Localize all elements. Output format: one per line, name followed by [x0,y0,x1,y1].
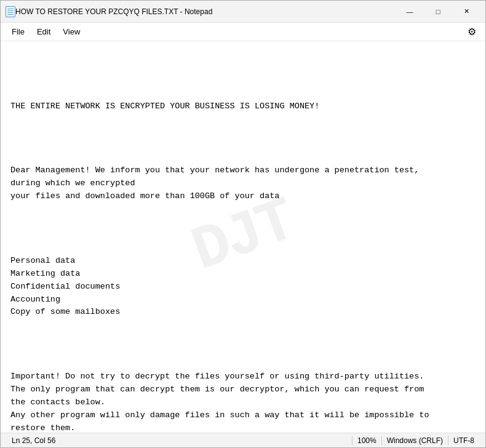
paragraph-1: Dear Management! We inform you that your… [10,164,476,203]
maximize-button[interactable]: □ [424,1,452,23]
data-list: Personal data Marketing data Confidentia… [10,255,476,319]
heading-line: THE ENTIRE NETWORK IS ENCRYPTED YOUR BUS… [10,100,476,113]
paragraph-2: Important! Do not try to decrypt the fil… [10,370,476,433]
close-button[interactable]: ✕ [452,1,480,23]
menu-edit[interactable]: Edit [31,25,57,39]
zoom-level: 100% [353,436,382,445]
notepad-window: HOW TO RESTORE YOUR PZCQYQ FILES.TXT - N… [0,0,486,448]
menu-bar: File Edit View ⚙ [1,23,485,41]
window-controls: — □ ✕ [396,1,480,23]
cursor-position: Ln 25, Col 56 [7,436,353,445]
line-ending: Windows (CRLF) [382,436,448,445]
minimize-button[interactable]: — [396,1,424,23]
window-title: HOW TO RESTORE YOUR PZCQYQ FILES.TXT - N… [15,7,396,16]
title-bar: HOW TO RESTORE YOUR PZCQYQ FILES.TXT - N… [1,1,485,23]
text-editor[interactable]: DJT THE ENTIRE NETWORK IS ENCRYPTED YOUR… [1,41,485,433]
menu-file[interactable]: File [6,25,31,39]
app-icon [6,6,15,17]
settings-icon[interactable]: ⚙ [463,23,480,41]
menu-view[interactable]: View [57,25,86,39]
status-bar: Ln 25, Col 56 100% Windows (CRLF) UTF-8 [1,433,485,447]
encoding: UTF-8 [448,436,479,445]
